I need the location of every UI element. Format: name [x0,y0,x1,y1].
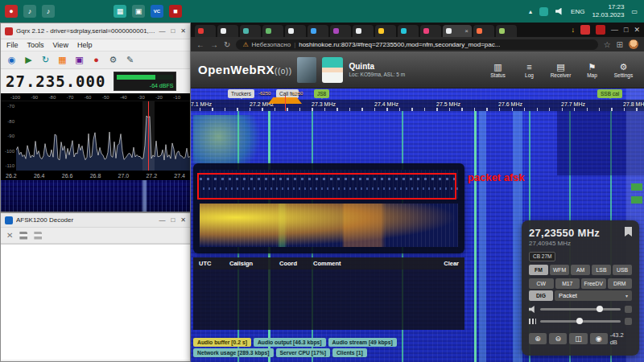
clear-icon[interactable]: ✕ [6,231,13,240]
browser-tab[interactable] [308,25,328,37]
profile-avatar[interactable] [629,39,638,49]
refresh-icon[interactable]: ↻ [224,40,230,49]
mode-drm[interactable]: DRM [608,278,633,289]
bookmark-truckers[interactable]: Truckers [228,89,254,98]
clear-button[interactable]: Clear [444,260,459,267]
maximize-icon[interactable]: □ [624,26,628,34]
dig-toggle[interactable]: DIG [529,290,553,301]
menu-file[interactable]: File [6,41,19,49]
maximize-icon[interactable]: □ [171,216,175,224]
nav-receiver[interactable]: ▤Receiver [547,62,574,78]
zoom-out-icon[interactable]: ⊖ [549,333,567,344]
bookmark-js8[interactable]: JS8 [314,89,329,98]
browser-tab[interactable] [473,25,494,37]
maximize-icon[interactable]: □ [171,27,175,35]
gqrx-titlebar[interactable]: Gqrx 2.12 - driver=sdrplay,serial=000000… [1,23,190,39]
close-icon[interactable]: ✕ [634,26,640,34]
browser-tab[interactable] [285,25,306,37]
bookmark-icon[interactable] [625,227,632,237]
gqrx-spectrum[interactable]: -100-90-80-70-60-50-40-30-20-10 -70-80-9… [1,93,190,171]
save-icon[interactable] [19,232,27,240]
app-icon-red[interactable]: ■ [169,5,182,18]
minimize-icon[interactable]: — [159,216,165,224]
menu-view[interactable]: View [53,41,68,49]
record-icon[interactable]: ● [90,54,102,66]
mode-am[interactable]: AM [571,265,590,275]
mode-fm[interactable]: FM [529,265,548,275]
bookmark-star-icon[interactable]: ☆ [604,40,611,49]
mode-lsb[interactable]: LSB [592,265,611,275]
gqrx-waterfall[interactable] [1,180,190,212]
open-icon[interactable] [34,232,42,240]
settings-icon[interactable]: ⚙ [107,54,119,66]
fft-settings-icon[interactable]: ▦ [56,54,68,66]
close-icon[interactable]: ✕ [180,27,186,35]
browser-tab[interactable] [375,25,396,37]
folder-app-icon[interactable]: ▣ [132,5,145,18]
power-icon[interactable]: ◉ [6,54,18,66]
browser-tab[interactable]: × [443,25,472,37]
mixer-app-icon[interactable]: ♪ [42,5,55,18]
browser-tab[interactable] [353,25,374,37]
digital-mode-select[interactable]: Packet▾ [555,290,632,301]
browser-tab[interactable] [330,25,351,37]
mode-cw[interactable]: CW [529,278,554,289]
mode-wfm[interactable]: WFM [550,265,569,275]
start-dsp-icon[interactable]: ▶ [23,54,35,66]
gqrx-frequency-display[interactable]: 27.235.000 [6,72,105,90]
browser-tab[interactable] [496,25,517,37]
frequency-scale[interactable]: 27.1 MHz 27.2 MHz 27.3 MHz 27.4 MHz 27.5… [191,100,644,111]
mode-usb[interactable]: USB [613,265,632,275]
afsk-titlebar[interactable]: AFSK1200 Decoder — □ ✕ [1,213,190,228]
mute-icon[interactable] [625,306,632,313]
zoom-in-icon[interactable]: ⊕ [529,333,547,344]
squelch-slider[interactable] [540,320,621,323]
browser-tab[interactable] [398,25,419,37]
volume-slider[interactable] [540,308,621,311]
nav-settings[interactable]: ⚙Settings [610,62,637,78]
forward-icon[interactable]: → [210,40,218,49]
audio-app-icon[interactable]: ♪ [23,5,36,18]
nav-status[interactable]: ▥Status [485,62,511,78]
zoom-center-icon[interactable]: ◉ [590,333,608,344]
bookmarks-icon[interactable]: ▣ [73,54,85,66]
tab-close-icon[interactable]: × [464,28,469,35]
minimize-icon[interactable]: — [159,27,165,35]
secondary-waterfall[interactable] [200,204,458,247]
nav-map[interactable]: ⚑Map [579,62,605,78]
tuned-frequency[interactable]: 27,23550 MHz [529,227,600,239]
band-selector[interactable]: CB 27M [529,252,555,261]
tuning-indicator[interactable] [285,96,286,111]
nav-log[interactable]: ≡Log [516,62,543,78]
refresh-icon[interactable]: ↻ [39,54,52,66]
volume-knob[interactable] [597,306,603,312]
extension-icon[interactable] [596,25,605,35]
menu-help[interactable]: Help [77,41,93,49]
tray-expand-icon[interactable]: ▴ [529,8,532,15]
squelch-knob[interactable] [576,318,583,324]
minimize-icon[interactable]: — [611,26,618,34]
tray-language[interactable]: ENG [571,8,584,15]
download-icon[interactable]: ↓ [572,26,576,34]
extension-icon[interactable] [580,25,590,35]
url-field[interactable]: ⚠ Небезопасно | hoshinokoe.ru:8073/#freq… [236,39,597,50]
zoom-fit-icon[interactable]: ◫ [569,333,587,344]
squelch-auto-icon[interactable] [625,318,632,325]
edit-icon[interactable]: ✎ [124,54,136,66]
browser-tab[interactable] [195,25,216,37]
extensions-icon[interactable]: ⊞ [617,40,623,49]
browser-tab[interactable] [420,25,441,37]
mode-freedv[interactable]: FreeDV [581,278,606,289]
app-icon-green[interactable]: ▦ [114,5,126,18]
browser-tab[interactable] [262,25,283,37]
back-icon[interactable]: ← [196,40,204,49]
browser-tab[interactable] [217,25,238,37]
bookmark-ssb-cal[interactable]: SSB cal [597,89,622,98]
tray-app-icon[interactable] [539,7,548,16]
close-icon[interactable]: ✕ [180,216,186,224]
menu-tools[interactable]: Tools [27,41,44,49]
gqrx-taskbar-icon[interactable]: ● [5,5,18,18]
browser-tab[interactable] [240,25,261,37]
tray-clock[interactable]: 17:23 12.03.2023 [592,3,624,19]
tray-volume-icon[interactable] [555,8,564,15]
